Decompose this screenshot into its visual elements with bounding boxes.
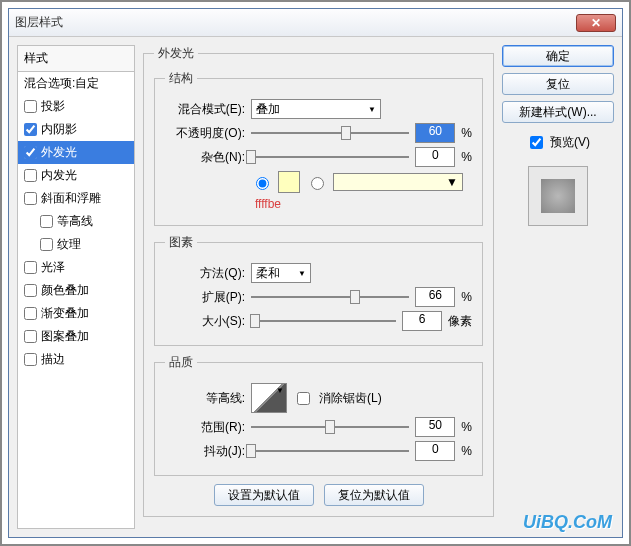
- opacity-input[interactable]: 60: [415, 123, 455, 143]
- style-checkbox[interactable]: [40, 238, 53, 251]
- range-input[interactable]: 50: [415, 417, 455, 437]
- elements-group: 图素 方法(Q): 柔和 ▼ 扩展(P): 66 %: [154, 234, 483, 346]
- noise-slider[interactable]: [251, 148, 409, 166]
- chevron-down-icon: ▼: [276, 386, 284, 395]
- style-label: 描边: [41, 351, 65, 368]
- window-title: 图层样式: [15, 14, 576, 31]
- style-item-2[interactable]: 外发光: [18, 141, 134, 164]
- color-hex: ffffbe: [255, 197, 281, 211]
- style-label: 等高线: [57, 213, 93, 230]
- style-item-0[interactable]: 投影: [18, 95, 134, 118]
- titlebar: 图层样式 ✕: [9, 9, 622, 37]
- close-button[interactable]: ✕: [576, 14, 616, 32]
- blend-mode-select[interactable]: 叠加 ▼: [251, 99, 381, 119]
- styles-list: 样式 混合选项:自定 投影内阴影外发光内发光斜面和浮雕等高线纹理光泽颜色叠加渐变…: [17, 45, 135, 529]
- style-item-4[interactable]: 斜面和浮雕: [18, 187, 134, 210]
- spread-slider[interactable]: [251, 288, 409, 306]
- spread-label: 扩展(P):: [165, 289, 245, 306]
- blend-options-item[interactable]: 混合选项:自定: [18, 72, 134, 95]
- panel-title: 外发光: [154, 45, 198, 62]
- gradient-radio[interactable]: [311, 177, 324, 190]
- jitter-label: 抖动(J):: [165, 443, 245, 460]
- chevron-down-icon: ▼: [368, 105, 376, 114]
- close-icon: ✕: [591, 16, 601, 30]
- reset-default-button[interactable]: 复位为默认值: [324, 484, 424, 506]
- style-label: 纹理: [57, 236, 81, 253]
- structure-group: 结构 混合模式(E): 叠加 ▼ 不透明度(O): 60 %: [154, 70, 483, 226]
- ok-button[interactable]: 确定: [502, 45, 614, 67]
- technique-select[interactable]: 柔和 ▼: [251, 263, 311, 283]
- technique-label: 方法(Q):: [165, 265, 245, 282]
- opacity-slider[interactable]: [251, 124, 409, 142]
- style-item-8[interactable]: 颜色叠加: [18, 279, 134, 302]
- new-style-button[interactable]: 新建样式(W)...: [502, 101, 614, 123]
- style-item-6[interactable]: 纹理: [18, 233, 134, 256]
- style-checkbox[interactable]: [24, 353, 37, 366]
- style-item-7[interactable]: 光泽: [18, 256, 134, 279]
- style-label: 外发光: [41, 144, 77, 161]
- range-label: 范围(R):: [165, 419, 245, 436]
- size-slider[interactable]: [251, 312, 396, 330]
- style-label: 颜色叠加: [41, 282, 89, 299]
- preview-swatch: [541, 179, 575, 213]
- spread-input[interactable]: 66: [415, 287, 455, 307]
- style-checkbox[interactable]: [24, 261, 37, 274]
- color-radio[interactable]: [256, 177, 269, 190]
- cancel-button[interactable]: 复位: [502, 73, 614, 95]
- style-checkbox[interactable]: [24, 146, 37, 159]
- chevron-down-icon: ▼: [298, 269, 306, 278]
- size-input[interactable]: 6: [402, 311, 442, 331]
- antialias-checkbox[interactable]: [297, 392, 310, 405]
- style-item-9[interactable]: 渐变叠加: [18, 302, 134, 325]
- style-checkbox[interactable]: [24, 123, 37, 136]
- opacity-label: 不透明度(O):: [165, 125, 245, 142]
- preview-box: [528, 166, 588, 226]
- style-item-10[interactable]: 图案叠加: [18, 325, 134, 348]
- watermark: UiBQ.CoM: [523, 512, 612, 533]
- style-label: 内阴影: [41, 121, 77, 138]
- contour-picker[interactable]: ▼: [251, 383, 287, 413]
- style-label: 渐变叠加: [41, 305, 89, 322]
- noise-input[interactable]: 0: [415, 147, 455, 167]
- antialias-label: 消除锯齿(L): [319, 390, 382, 407]
- style-item-5[interactable]: 等高线: [18, 210, 134, 233]
- style-label: 斜面和浮雕: [41, 190, 101, 207]
- style-checkbox[interactable]: [24, 100, 37, 113]
- preview-label: 预览(V): [550, 134, 590, 151]
- contour-label: 等高线:: [165, 390, 245, 407]
- styles-header: 样式: [18, 46, 134, 72]
- noise-label: 杂色(N):: [165, 149, 245, 166]
- color-swatch[interactable]: [278, 171, 300, 193]
- style-item-1[interactable]: 内阴影: [18, 118, 134, 141]
- jitter-slider[interactable]: [251, 442, 409, 460]
- style-checkbox[interactable]: [40, 215, 53, 228]
- style-checkbox[interactable]: [24, 192, 37, 205]
- style-item-3[interactable]: 内发光: [18, 164, 134, 187]
- quality-group: 品质 等高线: ▼ 消除锯齿(L) 范围(R): 50 % 抖动(J): [154, 354, 483, 476]
- chevron-down-icon: ▼: [446, 175, 458, 189]
- style-label: 内发光: [41, 167, 77, 184]
- style-checkbox[interactable]: [24, 330, 37, 343]
- preview-checkbox[interactable]: [530, 136, 543, 149]
- jitter-input[interactable]: 0: [415, 441, 455, 461]
- size-label: 大小(S):: [165, 313, 245, 330]
- style-checkbox[interactable]: [24, 169, 37, 182]
- style-label: 投影: [41, 98, 65, 115]
- gradient-swatch[interactable]: ▼: [333, 173, 463, 191]
- set-default-button[interactable]: 设置为默认值: [214, 484, 314, 506]
- outer-glow-panel: 外发光 结构 混合模式(E): 叠加 ▼ 不透明度(O): 60: [143, 45, 494, 517]
- blend-mode-label: 混合模式(E):: [165, 101, 245, 118]
- style-checkbox[interactable]: [24, 307, 37, 320]
- style-checkbox[interactable]: [24, 284, 37, 297]
- style-label: 光泽: [41, 259, 65, 276]
- range-slider[interactable]: [251, 418, 409, 436]
- style-label: 图案叠加: [41, 328, 89, 345]
- style-item-11[interactable]: 描边: [18, 348, 134, 371]
